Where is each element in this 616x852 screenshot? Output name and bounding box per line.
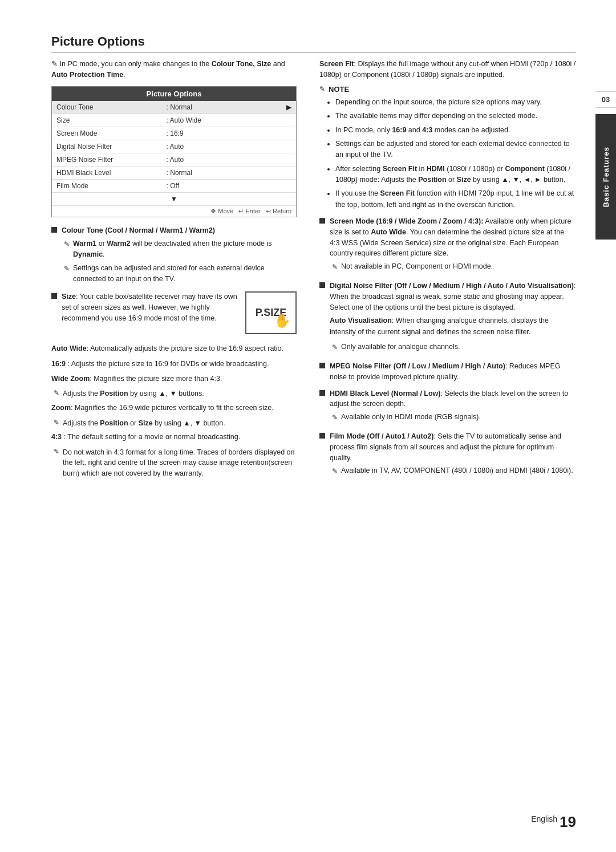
colour-tone-title: Colour Tone (Cool / Normal / Warm1 / War… [62,226,215,234]
auto-wide-bold: Auto Wide [51,344,87,352]
digital-noise-sub-text: Only available for analogue channels. [341,342,576,352]
note-header: ✎ NOTE [319,85,576,94]
table-row: Digital Noise Filter : Auto [52,140,296,153]
row-label-mpeg-noise: MPEG Noise Filter [52,153,162,166]
4-3-sub: ✎ Do not watch in 4:3 format for a long … [54,447,297,479]
colour-tone-text: Colour Tone (Cool / Normal / Warm1 / War… [62,225,297,287]
screen-mode-sub: ✎ Not available in PC, Component or HDMI… [332,261,576,272]
auto-vis-para: Auto Visualisation: When changing analog… [330,315,576,338]
row-value-digital-noise: : Auto [162,140,282,153]
size-bullet: P.SIZE ✋ Size: Your cable box/satellite … [51,291,297,339]
film-mode-bullet: Film Mode (Off / Auto1 / Auto2): Sets th… [319,431,576,479]
row-arrow-colour-tone: ▶ [282,101,296,114]
left-column: ✎ In PC mode, you can only make changes … [51,59,297,485]
footer-page-number: 19 [560,814,576,829]
auto-wide-para: Auto Wide: Automatically adjusts the pic… [51,343,297,354]
zoom-bold: Zoom [51,404,71,412]
page-container: Picture Options ✎ In PC mode, you can on… [0,0,616,852]
note-list: Depending on the input source, the pictu… [319,97,576,210]
row-label-screen-mode: Screen Mode [52,127,162,140]
pencil-icon: ✎ [54,419,59,427]
colour-tone-sub2-text: Settings can be adjusted and stored for … [73,263,297,285]
row-arrow-hdmi-black [282,166,296,179]
note-title: NOTE [329,85,349,94]
colour-tone-sub1: ✎ Warm1 or Warm2 will be deactivated whe… [64,238,297,260]
footer: English 19 [0,814,616,829]
mpeg-noise-text: MPEG Noise Filter (Off / Low / Medium / … [330,361,576,383]
size-text: P.SIZE ✋ Size: Your cable box/satellite … [62,291,297,339]
zoom-text: : Magnifies the 16:9 wide pictures verti… [71,404,274,412]
bullet-square-icon [319,363,325,368]
digital-noise-text: Digital Noise Filter (Off / Low / Medium… [330,281,576,355]
digital-noise-bullet: Digital Noise Filter (Off / Low / Medium… [319,281,576,355]
intro-bold2: Auto Protection Time [51,71,123,79]
pencil-icon: ✎ [54,448,59,456]
wide-zoom-sub-text: Adjusts the Position by using ▲, ▼ butto… [63,388,297,399]
zoom-sub-text: Adjusts the Position or Size by using ▲,… [63,418,297,429]
pencil-icon: ✎ [332,262,338,272]
table-nav-row: ❖ Move ↵ Enter ↩ Return [52,205,296,217]
note-item: After selecting Screen Fit in HDMI (1080… [335,164,576,186]
auto-wide-text: : Automatically adjusts the picture size… [87,344,283,352]
table-row: Screen Mode : 16:9 [52,127,296,140]
picture-options-box: Picture Options Colour Tone : Normal ▶ S… [51,86,297,217]
digital-noise-sub: ✎ Only available for analogue channels. [332,342,576,352]
row-label-film-mode: Film Mode [52,179,162,192]
size-desc: : Your cable box/satellite receiver may … [62,293,237,322]
hdmi-black-title: HDMI Black Level (Normal / Low) [330,390,440,397]
zoom-para: Zoom: Magnifies the 16:9 wide pictures v… [51,403,297,413]
table-nav-text: ❖ Move ↵ Enter ↩ Return [52,205,296,217]
note-item: Settings can be adjusted and stored for … [335,139,576,161]
screen-fit-bold: Screen Fit [319,60,354,68]
intro-pre: In PC mode, you can only make changes to… [59,60,211,68]
pencil-icon: ✎ [332,342,338,352]
pencil-icon: ✎ [64,239,70,249]
row-value-size: : Auto Wide [162,113,282,127]
row-value-film-mode: : Off [162,179,282,192]
row-label-digital-noise: Digital Noise Filter [52,140,162,153]
pencil-icon: ✎ [332,412,338,423]
intro-end: . [123,71,125,79]
4-3-bold: 4:3 [51,433,62,441]
main-content: ✎ In PC mode, you can only make changes … [51,59,576,485]
row-label-hdmi-black: HDMI Black Level [52,166,162,179]
screen-mode-title: Screen Mode (16:9 / Wide Zoom / Zoom / 4… [330,217,483,225]
table-row: Film Mode : Off [52,179,296,192]
auto-vis-bold: Auto Visualisation [330,317,392,324]
16-9-text: : Adjusts the picture size to 16:9 for D… [66,360,269,368]
bullet-square-icon [51,227,57,233]
row-arrow-mpeg-noise [282,153,296,166]
note-item: If you use the Screen Fit function with … [335,188,576,210]
row-value-screen-mode: : 16:9 [162,127,282,140]
hdmi-black-sub: ✎ Available only in HDMI mode (RGB signa… [332,412,576,423]
note-pencil-icon: ✎ [319,85,325,93]
row-arrow-size [282,113,296,127]
intro-and: and [271,60,285,68]
row-value-hdmi-black: : Normal [162,166,282,179]
film-mode-text: Film Mode (Off / Auto1 / Auto2): Sets th… [330,431,576,479]
row-arrow-film-mode [282,179,296,192]
4-3-para: 4:3 : The default setting for a movie or… [51,432,297,443]
options-table: Colour Tone : Normal ▶ Size : Auto Wide … [52,101,296,217]
pencil-icon: ✎ [332,466,338,476]
note-item: The available items may differ depending… [335,111,576,121]
bullet-square-icon [319,433,325,439]
table-row: Size : Auto Wide [52,113,296,127]
row-label-colour-tone: Colour Tone [52,101,162,114]
mpeg-noise-title: MPEG Noise Filter (Off / Low / Medium / … [330,362,505,370]
intro-bold1: Colour Tone, Size [212,60,271,68]
colour-tone-sub1-text: Warm1 or Warm2 will be deactivated when … [73,238,297,260]
row-value-colour-tone: : Normal [162,101,282,114]
wide-zoom-sub: ✎ Adjusts the Position by using ▲, ▼ but… [54,388,297,399]
row-value-mpeg-noise: : Auto [162,153,282,166]
note-item: Depending on the input source, the pictu… [335,97,576,108]
psize-hand-icon: ✋ [274,310,291,331]
16-9-bold: 16:9 [51,360,66,368]
row-arrow-screen-mode [282,127,296,140]
size-bold: Size [62,293,76,301]
intro-text: ✎ In PC mode, you can only make changes … [51,59,297,80]
row-label-size: Size [52,113,162,127]
pencil-icon: ✎ [54,389,59,397]
16-9-para: 16:9 : Adjusts the picture size to 16:9 … [51,359,297,370]
wide-zoom-para: Wide Zoom: Magnifies the picture size mo… [51,374,297,384]
